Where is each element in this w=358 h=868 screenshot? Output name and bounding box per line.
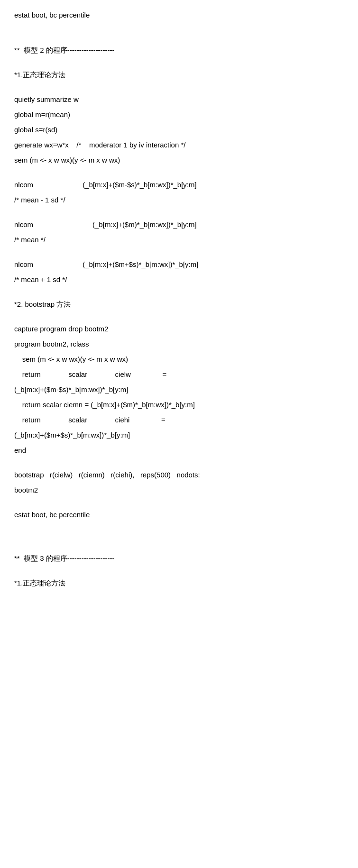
cmd-bootm2-call: bootm2	[14, 484, 344, 496]
main-content: estat boot, bc percentile ** 模型 2 的程序---…	[14, 9, 344, 589]
cmd-return-ciehi-1: return scalar ciehi =	[14, 414, 344, 426]
cmd-nlcom-low: nlcom (_b[m:x]+($m-$s)*_b[m:wx])*_b[y:m]	[14, 179, 344, 191]
cmd-bootstrap-1: bootstrap r(cielw) r(ciemn) r(ciehi), re…	[14, 469, 344, 481]
cmd-estat-boot-2: estat boot, bc percentile	[14, 509, 344, 521]
section-model2-bootstrap-title: *2. bootstrap 方法	[14, 299, 344, 310]
section-model3-header: ** 模型 3 的程序--------------------	[14, 553, 344, 564]
comment-mean: /* mean */	[14, 234, 344, 246]
cmd-nlcom-mean: nlcom (_b[m:x]+($m)*_b[m:wx])*_b[y:m]	[14, 219, 344, 230]
line-estat-boot-1: estat boot, bc percentile	[14, 9, 344, 21]
section-model3-normal-title: *1.正态理论方法	[14, 577, 344, 589]
cmd-global-m: global m=r(mean)	[14, 109, 344, 120]
section-model2-normal-title: *1.正态理论方法	[14, 69, 344, 81]
cmd-program-bootm2: program bootm2, rclass	[14, 338, 344, 350]
cmd-capture-drop-bootm2: capture program drop bootm2	[14, 323, 344, 335]
cmd-generate-wx: generate wx=w*x /* moderator 1 by iv int…	[14, 139, 344, 151]
cmd-sem-1: sem (m <- x w wx)(y <- m x w wx)	[14, 155, 344, 166]
cmd-end: end	[14, 445, 344, 456]
cmd-quietly-summarize: quietly summarize w	[14, 94, 344, 105]
cmd-nlcom-high: nlcom (_b[m:x]+($m+$s)*_b[m:wx])*_b[y:m]	[14, 259, 344, 270]
comment-mean-minus-sd: /* mean - 1 sd */	[14, 194, 344, 206]
cmd-return-ciemn: return scalar ciemn = (_b[m:x]+($m)*_b[m…	[14, 399, 344, 411]
cmd-global-s: global s=r(sd)	[14, 124, 344, 136]
cmd-return-ciehi-2: (_b[m:x]+($m+$s)*_b[m:wx])*_b[y:m]	[14, 429, 344, 441]
comment-mean-plus-sd: /* mean + 1 sd */	[14, 274, 344, 285]
section-model2-header: ** 模型 2 的程序--------------------	[14, 45, 344, 56]
cmd-sem-inner: sem (m <- x w wx)(y <- m x w wx)	[14, 354, 344, 365]
cmd-return-cielw-1: return scalar cielw =	[14, 369, 344, 380]
cmd-return-cielw-2: (_b[m:x]+($m-$s)*_b[m:wx])*_b[y:m]	[14, 384, 344, 395]
